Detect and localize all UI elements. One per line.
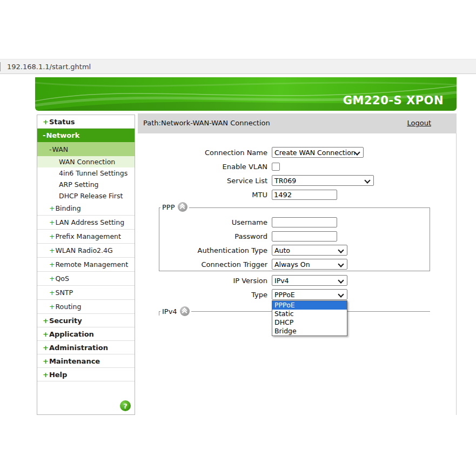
expand-plus-icon: + (49, 232, 55, 240)
sidebar-item-label: WAN Connection (59, 158, 115, 166)
chevron-down-icon (364, 177, 370, 183)
sidebar-item-help[interactable]: +Help (37, 368, 135, 381)
auth-type-label: Authentication Type (159, 246, 267, 254)
breadcrumb: Path:Network-WAN-WAN Connection (143, 119, 270, 127)
sidebar-item-label: Maintenance (49, 357, 100, 365)
sidebar-item-label: DHCP Release First (59, 192, 123, 200)
connection-name-value: Create WAN Connection (274, 149, 356, 157)
expand-plus-icon: + (49, 289, 55, 297)
sidebar-item-wan[interactable]: -WAN (37, 142, 135, 156)
expand-plus-icon: + (43, 371, 49, 379)
breadcrumb-bar: Path:Network-WAN-WAN Connection Logout (138, 113, 457, 133)
sidebar-item-label: Status (49, 118, 75, 126)
sidebar-item-label: Administration (49, 344, 108, 352)
sidebar-item-4in6-tunnel[interactable]: 4in6 Tunnel Settings (37, 167, 135, 179)
mtu-label: MTU (159, 191, 267, 199)
sidebar-item-label: Security (49, 317, 82, 325)
ppp-legend-label: PPP (162, 203, 175, 211)
sidebar-item-label: Application (49, 330, 94, 338)
sidebar-item-remote-management[interactable]: +Remote Management (37, 258, 135, 272)
address-bar-divider (0, 62, 1, 71)
collapse-minus-icon: - (49, 145, 52, 153)
connection-trigger-select[interactable]: Always On (272, 259, 347, 270)
sidebar-item-prefix-management[interactable]: +Prefix Management (37, 230, 135, 244)
expand-plus-icon: + (43, 330, 49, 338)
username-input[interactable] (272, 217, 337, 227)
expand-plus-icon: + (43, 317, 49, 325)
header-banner: GM220-S XPON (35, 77, 457, 111)
sidebar-item-arp-setting[interactable]: ARP Setting (37, 179, 135, 190)
router-admin-page: 192.168.1.1/start.ghtml GM220-S XPON +St… (0, 0, 476, 476)
connection-trigger-value: Always On (274, 260, 310, 269)
ip-version-label: IP Version (159, 277, 267, 285)
sidebar-item-application[interactable]: +Application (37, 327, 135, 341)
sidebar-item-label: QoS (55, 274, 69, 283)
sidebar-item-label: Routing (55, 303, 81, 311)
sidebar-item-label: Binding (55, 204, 81, 212)
chevron-down-icon (338, 277, 344, 283)
expand-plus-icon: + (43, 357, 49, 365)
ipv4-legend: IPv4 (160, 306, 191, 316)
address-url: 192.168.1.1/start.ghtml (7, 63, 91, 71)
expand-plus-icon: + (49, 246, 55, 254)
logout-link[interactable]: Logout (407, 119, 431, 127)
sidebar-item-administration[interactable]: +Administration (37, 341, 135, 354)
sidebar-item-dhcp-release-first[interactable]: DHCP Release First (37, 190, 135, 202)
sidebar-item-wlan-radio[interactable]: +WLAN Radio2.4G (37, 244, 135, 258)
enable-vlan-label: Enable VLAN (159, 163, 267, 171)
sidebar-item-label: LAN Address Setting (55, 218, 124, 226)
sidebar-item-label: Prefix Management (55, 232, 120, 240)
sidebar-item-wan-connection[interactable]: WAN Connection (37, 156, 135, 167)
service-list-select[interactable]: TR069 (272, 175, 374, 186)
expand-plus-icon: + (49, 260, 55, 269)
ip-version-select[interactable]: IPv4 (272, 275, 347, 286)
sidebar-item-status[interactable]: +Status (37, 115, 135, 129)
ppp-legend: PPP (160, 202, 189, 212)
expand-plus-icon: + (49, 218, 55, 226)
sidebar-item-binding[interactable]: +Binding (37, 202, 135, 216)
expand-plus-icon: + (43, 344, 49, 352)
connection-name-select[interactable]: Create WAN Connection (272, 147, 364, 158)
password-input[interactable] (272, 231, 337, 242)
connection-name-label: Connection Name (159, 149, 267, 157)
mtu-input[interactable] (272, 190, 337, 200)
sidebar-item-label: Network (46, 131, 79, 139)
sidebar-item-maintenance[interactable]: +Maintenance (37, 354, 135, 368)
auth-type-select[interactable]: Auto (272, 245, 347, 256)
sidebar-item-lan-address-setting[interactable]: +LAN Address Setting (37, 216, 135, 230)
sidebar-item-routing[interactable]: +Routing (37, 300, 135, 314)
dropdown-option-static[interactable]: Static (272, 310, 347, 318)
dropdown-option-bridge[interactable]: Bridge (272, 327, 347, 336)
type-select[interactable]: PPPoE (272, 289, 347, 300)
device-model-title: GM220-S XPON (343, 94, 444, 107)
collapse-section-button[interactable] (178, 202, 187, 212)
collapse-section-button[interactable] (180, 306, 190, 316)
chevron-down-icon (338, 261, 344, 267)
expand-plus-icon: + (49, 303, 55, 311)
sidebar-item-qos[interactable]: +QoS (37, 272, 135, 286)
username-label: Username (159, 218, 267, 226)
sidebar-nav: +Status -Network -WAN WAN Connection 4in… (37, 115, 135, 415)
ipv4-legend-label: IPv4 (162, 307, 177, 316)
sidebar-item-security[interactable]: +Security (37, 314, 135, 327)
help-button[interactable]: ? (120, 400, 131, 411)
dropdown-option-dhcp[interactable]: DHCP (272, 318, 347, 327)
collapse-minus-icon: - (43, 131, 45, 139)
expand-plus-icon: + (43, 118, 49, 126)
sidebar-item-label: ARP Setting (59, 180, 99, 189)
dropdown-option-pppoe[interactable]: PPPoE (272, 301, 347, 310)
sidebar-item-network[interactable]: -Network (37, 129, 135, 142)
sidebar-item-sntp[interactable]: +SNTP (37, 286, 135, 300)
sidebar-item-label: WAN (52, 145, 69, 153)
chevron-down-icon (338, 247, 344, 253)
type-label: Type (159, 291, 267, 299)
sidebar-item-label: 4in6 Tunnel Settings (59, 169, 128, 177)
connection-trigger-label: Connection Trigger (159, 260, 267, 269)
password-label: Password (159, 232, 267, 240)
ip-version-value: IPv4 (274, 277, 289, 285)
service-list-value: TR069 (274, 177, 296, 185)
address-bar[interactable]: 192.168.1.1/start.ghtml (0, 59, 476, 74)
expand-plus-icon: + (49, 204, 55, 212)
service-list-label: Service List (159, 177, 267, 185)
enable-vlan-checkbox[interactable] (272, 163, 280, 171)
